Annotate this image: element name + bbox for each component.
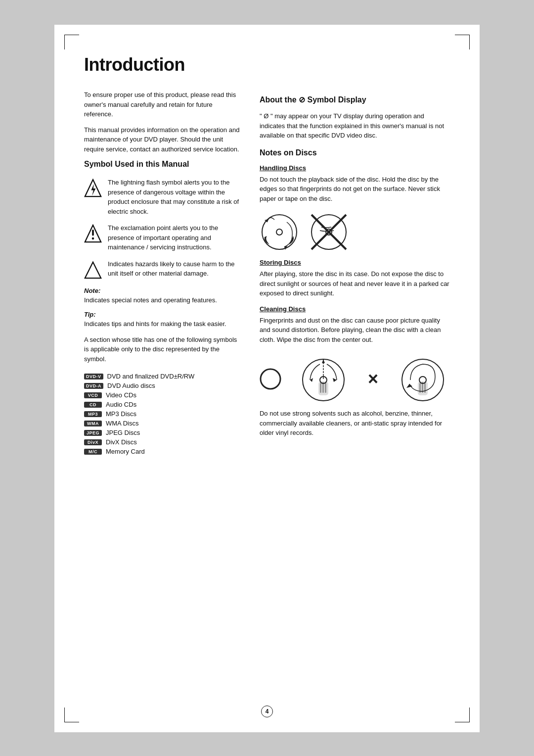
cleaning-disc-images: ×	[260, 354, 450, 404]
symbol-item-triangle: Indicates hazards likely to cause harm t…	[84, 259, 240, 280]
disc-label-jpeg: JPEG Discs	[106, 429, 140, 436]
badge-vcd: VCD	[84, 392, 102, 398]
disc-type-vcd: VCD Video CDs	[84, 391, 240, 399]
handling-text: Do not touch the playback side of the di…	[260, 175, 450, 204]
symbol-item-exclamation: The exclamation point alerts you to the …	[84, 223, 240, 252]
svg-rect-3	[92, 230, 94, 236]
intro-para-1: To ensure proper use of this product, pl…	[84, 90, 240, 119]
page-number: 4	[261, 706, 273, 717]
disc-wrong-image	[309, 212, 349, 252]
svg-point-12	[261, 369, 280, 389]
notes-on-discs-title: Notes on Discs	[260, 148, 450, 157]
badge-divx: DivX	[84, 439, 102, 445]
solvent-text: Do not use strong solvents such as alcoh…	[260, 409, 450, 438]
storing-title: Storing Discs	[260, 259, 450, 266]
corner-mark-tl-h	[64, 35, 79, 35]
section-text: A section whose title has one of the fol…	[84, 335, 240, 364]
triangle-icon	[84, 259, 102, 280]
corner-mark-br	[469, 708, 470, 722]
left-column: To ensure proper use of this product, pl…	[84, 90, 240, 457]
corner-mark-tl	[64, 35, 65, 49]
corner-mark-bl	[64, 708, 65, 722]
handling-title: Handling Discs	[260, 164, 450, 172]
handling-disc-images	[260, 212, 450, 252]
corner-mark-tr	[469, 35, 470, 49]
disc-cleaning-correct	[296, 354, 351, 404]
cleaning-text: Fingerprints and dust on the disc can ca…	[260, 316, 450, 345]
cleaning-title: Cleaning Discs	[260, 305, 450, 313]
svg-marker-5	[85, 262, 101, 278]
corner-mark-bl-h	[64, 722, 79, 722]
disc-label-cd: Audio CDs	[106, 401, 136, 408]
correct-circle-icon	[260, 368, 281, 390]
badge-wma: WMA	[84, 421, 102, 426]
symbol-display-text: " Ø " may appear on your TV display duri…	[260, 111, 450, 141]
svg-point-4	[92, 237, 94, 240]
disc-cleaning-wrong	[396, 354, 450, 404]
disc-type-dvda: DVD-A DVD Audio discs	[84, 382, 240, 389]
disc-label-mc: Memory Card	[106, 448, 145, 455]
disc-type-cd: CD Audio CDs	[84, 401, 240, 408]
tip-text: Indicates tips and hints for making the …	[84, 319, 240, 329]
symbol-section-title: Symbol Used in this Manual	[84, 160, 240, 169]
badge-jpeg: JPEG	[84, 430, 102, 436]
symbol-item-lightning: The lightning flash symbol alerts you to…	[84, 178, 240, 216]
symbol-lightning-text: The lightning flash symbol alerts you to…	[108, 178, 240, 216]
disc-type-jpeg: JPEG JPEG Discs	[84, 429, 240, 436]
disc-type-wma: WMA WMA Discs	[84, 420, 240, 427]
disc-label-dvdv: DVD and finalized DVD±R/RW	[107, 373, 195, 380]
symbol-exclamation-text: The exclamation point alerts you to the …	[108, 223, 240, 252]
svg-rect-16	[320, 383, 321, 393]
note-label: Note:	[84, 287, 240, 294]
storing-text: After playing, store the disc in its cas…	[260, 269, 450, 298]
two-column-layout: To ensure proper use of this product, pl…	[84, 90, 450, 457]
svg-rect-17	[322, 382, 324, 393]
svg-rect-23	[422, 382, 423, 393]
disc-type-mc: M/C Memory Card	[84, 448, 240, 455]
badge-mc: M/C	[84, 449, 102, 455]
right-column: About the ⊘ Symbol Display " Ø " may app…	[260, 90, 450, 457]
disc-label-vcd: Video CDs	[106, 391, 136, 399]
x-cross-symbol: ×	[368, 369, 378, 389]
svg-point-7	[276, 229, 282, 235]
svg-marker-1	[91, 184, 95, 195]
corner-mark-br-h	[455, 722, 470, 722]
disc-label-dvda: DVD Audio discs	[107, 382, 155, 389]
disc-correct-image	[260, 212, 299, 252]
intro-para-2: This manual provides information on the …	[84, 125, 240, 154]
disc-type-dvdv: DVD-V DVD and finalized DVD±R/RW	[84, 373, 240, 380]
exclamation-icon	[84, 223, 102, 244]
disc-label-divx: DivX Discs	[106, 438, 137, 446]
svg-rect-22	[419, 383, 421, 393]
tip-label: Tip:	[84, 311, 240, 318]
page: Introduction To ensure proper use of thi…	[54, 25, 480, 732]
badge-cd: CD	[84, 402, 102, 408]
symbol-display-title: About the ⊘ Symbol Display	[260, 95, 450, 104]
disc-label-wma: WMA Discs	[106, 420, 138, 427]
disc-type-divx: DivX DivX Discs	[84, 438, 240, 446]
badge-mp3: MP3	[84, 411, 102, 417]
disc-type-mp3: MP3 MP3 Discs	[84, 410, 240, 418]
disc-types-list: DVD-V DVD and finalized DVD±R/RW DVD-A D…	[84, 373, 240, 455]
lightning-icon	[84, 178, 102, 198]
note-text: Indicates special notes and operating fe…	[84, 295, 240, 305]
badge-dvdv: DVD-V	[84, 374, 103, 379]
svg-rect-18	[325, 383, 326, 393]
page-title: Introduction	[84, 54, 450, 75]
badge-dvda: DVD-A	[84, 383, 103, 389]
symbol-section: The lightning flash symbol alerts you to…	[84, 178, 240, 280]
corner-mark-tr-h	[455, 35, 470, 35]
symbol-triangle-text: Indicates hazards likely to cause harm t…	[108, 259, 240, 279]
disc-label-mp3: MP3 Discs	[106, 410, 136, 418]
svg-rect-24	[424, 383, 426, 393]
